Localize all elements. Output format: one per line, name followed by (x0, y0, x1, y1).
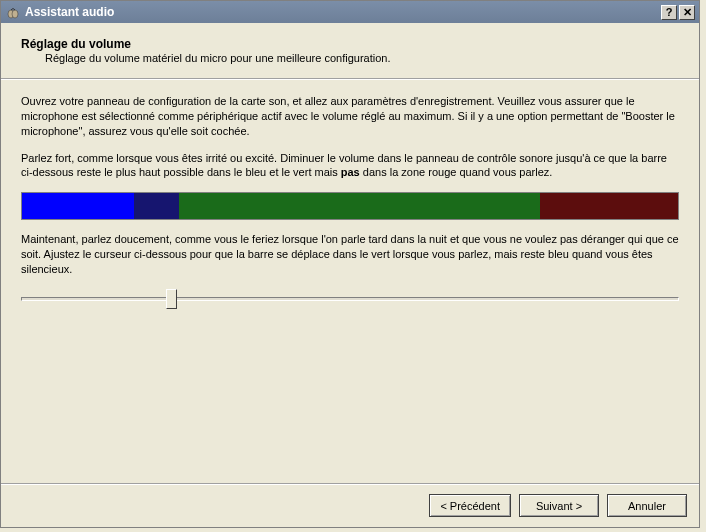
cancel-button[interactable]: Annuler (607, 494, 687, 517)
para2-bold: pas (341, 166, 360, 178)
para2-post: dans la zone rouge quand vous parlez. (360, 166, 553, 178)
page-subtitle: Réglage du volume matériel du micro pour… (21, 52, 679, 64)
titlebar: Assistant audio ? ✕ (1, 1, 699, 23)
slider-thumb[interactable] (166, 289, 177, 309)
instructions-para-1: Ouvrez votre panneau de configuration de… (21, 94, 679, 139)
wizard-footer: < Précédent Suivant > Annuler (1, 483, 699, 527)
volume-segment-darkblue (134, 193, 180, 219)
wizard-header: Réglage du volume Réglage du volume maté… (1, 23, 699, 72)
close-button[interactable]: ✕ (679, 5, 695, 20)
sensitivity-slider[interactable] (21, 289, 679, 309)
volume-segment-green (179, 193, 540, 219)
window-title: Assistant audio (25, 5, 659, 19)
header-separator (1, 78, 699, 80)
page-title: Réglage du volume (21, 37, 679, 51)
next-button[interactable]: Suivant > (519, 494, 599, 517)
help-button[interactable]: ? (661, 5, 677, 20)
wizard-window: Assistant audio ? ✕ Réglage du volume Ré… (0, 0, 700, 528)
instructions-para-3: Maintenant, parlez doucement, comme vous… (21, 232, 679, 277)
slider-track (21, 297, 679, 301)
volume-segment-blue (22, 193, 134, 219)
app-icon (5, 4, 21, 20)
svg-point-1 (12, 10, 18, 18)
volume-segment-red (540, 193, 678, 219)
content-area: Réglage du volume Réglage du volume maté… (1, 23, 699, 527)
main-area: Ouvrez votre panneau de configuration de… (1, 90, 699, 483)
previous-button[interactable]: < Précédent (429, 494, 511, 517)
instructions-para-2: Parlez fort, comme lorsque vous êtes irr… (21, 151, 679, 181)
volume-meter (21, 192, 679, 220)
